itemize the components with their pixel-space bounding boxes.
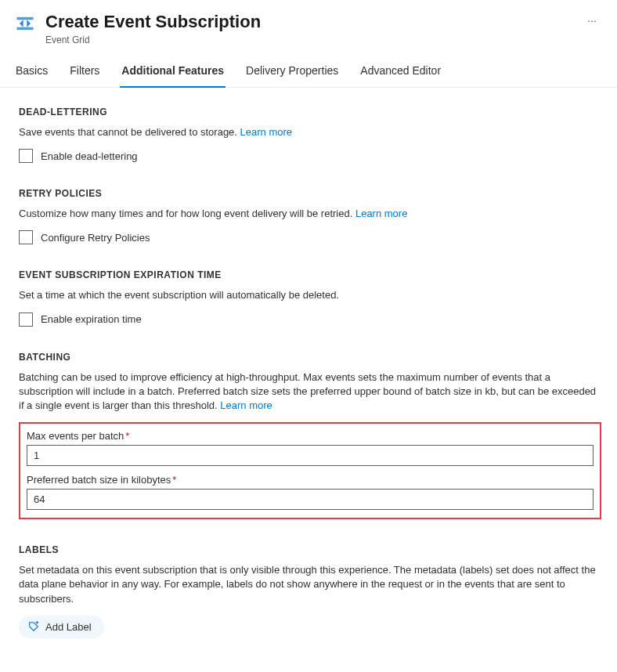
batch-size-input[interactable]	[27, 489, 594, 510]
tab-advanced-editor[interactable]: Advanced Editor	[359, 56, 442, 88]
section-desc: Batching can be used to improve efficien…	[19, 370, 601, 414]
checkbox-label: Enable dead-lettering	[41, 150, 138, 162]
section-desc: Save events that cannot be delivered to …	[19, 125, 601, 139]
add-label-text: Add Label	[45, 621, 92, 633]
checkbox-label: Configure Retry Policies	[41, 232, 150, 244]
svg-rect-1	[17, 27, 34, 31]
section-labels: LABELS Set metadata on this event subscr…	[19, 544, 601, 638]
tab-basics[interactable]: Basics	[14, 56, 49, 88]
page-subtitle: Event Grid	[45, 34, 572, 45]
section-batching: BATCHING Batching can be used to improve…	[19, 352, 601, 520]
enable-expiration-checkbox[interactable]	[19, 313, 33, 327]
batching-highlight: Max events per batch* Preferred batch si…	[19, 422, 601, 519]
section-title: LABELS	[19, 544, 601, 555]
learn-more-link[interactable]: Learn more	[240, 126, 292, 138]
tab-additional-features[interactable]: Additional Features	[120, 56, 226, 88]
section-retry-policies: RETRY POLICIES Customize how many times …	[19, 188, 601, 244]
service-icon	[14, 13, 36, 34]
page-header: Create Event Subscription Event Grid ···	[0, 0, 617, 53]
section-title: RETRY POLICIES	[19, 188, 601, 199]
more-button[interactable]: ···	[581, 11, 603, 30]
tag-plus-icon	[28, 621, 39, 632]
checkbox-label: Enable expiration time	[41, 313, 142, 325]
section-title: EVENT SUBSCRIPTION EXPIRATION TIME	[19, 269, 601, 280]
enable-dead-lettering-checkbox[interactable]	[19, 149, 33, 163]
configure-retry-checkbox[interactable]	[19, 230, 33, 244]
section-desc: Set metadata on this event subscription …	[19, 563, 601, 606]
section-expiration: EVENT SUBSCRIPTION EXPIRATION TIME Set a…	[19, 269, 601, 326]
page-title: Create Event Subscription	[45, 11, 572, 33]
section-title: DEAD-LETTERING	[19, 107, 601, 117]
add-label-button[interactable]: Add Label	[19, 616, 104, 638]
section-desc: Set a time at which the event subscripti…	[19, 288, 601, 302]
learn-more-link[interactable]: Learn more	[220, 399, 272, 411]
max-events-input[interactable]	[27, 445, 594, 466]
tab-filters[interactable]: Filters	[68, 56, 101, 88]
tab-delivery-properties[interactable]: Delivery Properties	[244, 56, 340, 88]
max-events-label: Max events per batch*	[27, 430, 594, 442]
batch-size-label: Preferred batch size in kilobytes*	[27, 474, 594, 486]
svg-rect-0	[17, 17, 34, 20]
section-dead-lettering: DEAD-LETTERING Save events that cannot b…	[19, 107, 601, 163]
section-title: BATCHING	[19, 352, 601, 363]
learn-more-link[interactable]: Learn more	[355, 208, 407, 219]
section-desc: Customize how many times and for how lon…	[19, 207, 601, 221]
tab-bar: Basics Filters Additional Features Deliv…	[0, 56, 617, 88]
